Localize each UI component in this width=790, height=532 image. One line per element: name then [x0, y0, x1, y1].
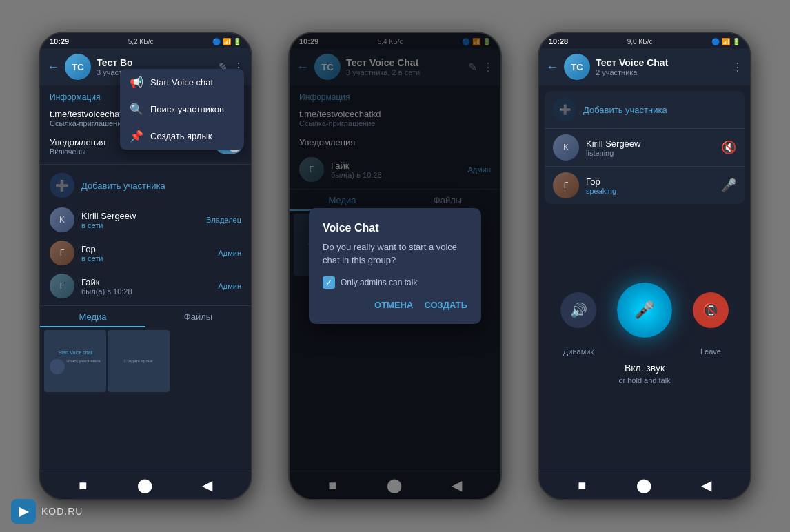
- dialog-body-2: Do you really want to start a voice chat…: [323, 241, 467, 266]
- signal-icon: 📶: [223, 38, 231, 45]
- dropdown-menu-1: 📢 Start Voice chat 🔍 Поиск участников 📌 …: [120, 69, 244, 150]
- checkbox-label-2: Only admins can talk: [341, 278, 417, 287]
- divider-1: [40, 164, 251, 165]
- vc-leave-btn[interactable]: 📵: [693, 292, 729, 328]
- status-icons-1: 🔵 📶 🔋: [212, 38, 241, 45]
- thumb-2: Создать ярлык: [108, 330, 170, 392]
- dialog-overlay-2: Voice Chat Do you really want to start a…: [290, 33, 500, 499]
- vc-mute-text: Вкл. звук: [618, 362, 670, 374]
- nav-back-3[interactable]: ◀: [701, 477, 711, 493]
- member-role-kirill-1: Владелец: [206, 216, 241, 224]
- back-button-3[interactable]: ←: [546, 60, 558, 74]
- content-3: ➕ Добавить участника K Kirill Sergeew li…: [539, 85, 750, 471]
- phone-2: 10:29 5,4 КБ/с 🔵 📶 🔋 ← TC Тест Voice Cha…: [288, 32, 502, 500]
- vc-info-gor: Гор speaking: [586, 176, 714, 195]
- vc-info-kirill: Kirill Sergeew listening: [586, 139, 714, 157]
- menu-icon-3[interactable]: ⋮: [732, 61, 743, 74]
- nav-bar-3: ■ ⬤ ◀: [539, 471, 750, 499]
- media-tabs-1: Медиа Файлы: [40, 305, 251, 327]
- nav-bar-1: ■ ⬤ ◀: [40, 471, 251, 499]
- member-avatar-kirill-1: K: [50, 207, 74, 232]
- dialog-box-2: Voice Chat Do you really want to start a…: [309, 208, 481, 323]
- dropdown-item-search[interactable]: 🔍 Поиск участников: [120, 96, 244, 123]
- phone-1: 10:29 5,2 КБ/с 🔵 📶 🔋 ← TC Тест Во 3 учас…: [39, 32, 252, 500]
- vc-name-kirill: Kirill Sergeew: [586, 139, 714, 149]
- nav-square-3[interactable]: ■: [578, 478, 586, 493]
- back-button-1[interactable]: ←: [47, 60, 59, 74]
- vc-leave-label: Leave: [693, 347, 729, 356]
- voicechat-icon: 📢: [130, 76, 143, 89]
- member-name-gor-1: Гор: [81, 244, 211, 254]
- tab-files-1[interactable]: Файлы: [145, 306, 251, 327]
- chat-name-3: Тест Voice Chat: [596, 57, 727, 68]
- leave-icon: 📵: [702, 302, 720, 318]
- notifications-label-1: Уведомления: [50, 137, 105, 147]
- speed-3: 9,0 КБ/с: [627, 38, 653, 45]
- vc-speaker-btn[interactable]: 🔊: [560, 292, 596, 328]
- vc-avatar-gor: Г: [553, 172, 579, 198]
- avatar-1: TC: [65, 54, 91, 80]
- member-info-gaik-1: Гайк был(а) в 10:28: [81, 277, 211, 296]
- signal-icon-3: 📶: [722, 38, 730, 45]
- dialog-actions-2: ОТМЕНА СОЗДАТЬ: [323, 300, 467, 310]
- member-role-gor-1: Админ: [218, 249, 241, 257]
- nav-circle-1[interactable]: ⬤: [137, 477, 152, 493]
- status-bar-3: 10:28 9,0 КБ/с 🔵 📶 🔋: [539, 33, 750, 48]
- cancel-button-2[interactable]: ОТМЕНА: [374, 300, 413, 310]
- chat-sub-3: 2 участника: [596, 68, 727, 76]
- checkbox-icon-2[interactable]: [323, 276, 335, 289]
- add-member-icon-1: ➕: [50, 173, 74, 198]
- battery-icon-3: 🔋: [732, 38, 740, 45]
- nav-back-1[interactable]: ◀: [202, 477, 212, 493]
- dropdown-item-shortcut[interactable]: 📌 Создать ярлык: [120, 123, 244, 150]
- vc-main-label: Вкл. звук or hold and talk: [618, 362, 670, 385]
- member-info-gor-1: Гор в сети: [81, 244, 211, 263]
- member-status-gor-1: в сети: [81, 254, 211, 263]
- vc-labels: Динамик Leave: [560, 347, 729, 356]
- member-avatar-gor-1: Г: [50, 241, 74, 265]
- thumbnails-1: Start Voice chat Поиск участников Создат…: [40, 327, 251, 471]
- tab-media-1[interactable]: Медиа: [40, 306, 145, 327]
- battery-icon: 🔋: [233, 38, 241, 45]
- vc-mic-kirill: 🔇: [721, 140, 736, 155]
- notifications-sub-1: Включены: [50, 147, 105, 156]
- time-1: 10:29: [50, 37, 69, 45]
- member-row-gaik-1[interactable]: Г Гайк был(а) в 10:28 Админ: [40, 269, 251, 303]
- status-icons-3: 🔵 📶 🔋: [711, 38, 740, 45]
- vc-hold-text: or hold and talk: [618, 376, 670, 385]
- shortcut-icon: 📌: [130, 130, 143, 143]
- member-row-kirill-1[interactable]: K Kirill Sergeew в сети Владелец: [40, 203, 251, 236]
- vc-add-member-btn[interactable]: ➕ Добавить участника: [545, 91, 745, 129]
- member-name-kirill-1: Kirill Sergeew: [81, 211, 199, 221]
- member-info-kirill-1: Kirill Sergeew в сети: [81, 211, 199, 229]
- vc-controls: 🔊 🎤 📵 Динамик Leave Вкл. звук o: [539, 209, 750, 471]
- vc-buttons: 🔊 🎤 📵: [560, 283, 729, 338]
- title-block-3: Тест Voice Chat 2 участника: [596, 57, 727, 76]
- vc-member-gor: Г Гор speaking 🎤: [545, 166, 745, 204]
- member-row-gor-1[interactable]: Г Гор в сети Админ: [40, 236, 251, 269]
- branding: ▶ KOD.RU: [11, 499, 83, 524]
- dialog-checkbox-2[interactable]: Only admins can talk: [323, 276, 467, 289]
- add-member-btn-1[interactable]: ➕ Добавить участника: [40, 167, 251, 203]
- phone-3: 10:28 9,0 КБ/с 🔵 📶 🔋 ← TC Тест Voice Cha…: [538, 32, 751, 500]
- main-wrapper: 10:29 5,2 КБ/с 🔵 📶 🔋 ← TC Тест Во 3 учас…: [0, 0, 790, 532]
- dropdown-item-voicechat[interactable]: 📢 Start Voice chat: [120, 69, 244, 96]
- search-icon: 🔍: [130, 103, 143, 116]
- vc-status-kirill: listening: [586, 149, 714, 157]
- member-status-gaik-1: был(а) в 10:28: [81, 287, 211, 296]
- vc-mute-btn[interactable]: 🎤: [617, 283, 672, 338]
- top-bar-3: ← TC Тест Voice Chat 2 участника ⋮: [539, 48, 750, 85]
- brand-logo: ▶: [11, 499, 36, 524]
- nav-square-1[interactable]: ■: [79, 478, 87, 493]
- member-avatar-gaik-1: Г: [50, 274, 74, 298]
- vc-participants-panel: ➕ Добавить участника K Kirill Sergeew li…: [545, 91, 745, 204]
- thumb-1: Start Voice chat Поиск участников: [44, 330, 106, 392]
- nav-circle-3[interactable]: ⬤: [636, 477, 651, 493]
- top-bar-icons-3: ⋮: [732, 61, 743, 74]
- create-button-2[interactable]: СОЗДАТЬ: [424, 300, 467, 310]
- vc-speaker-label: Динамик: [560, 347, 596, 356]
- vc-member-kirill: K Kirill Sergeew listening 🔇: [545, 129, 745, 166]
- vc-add-icon: ➕: [553, 98, 576, 121]
- mic-mute-icon: 🎤: [634, 300, 655, 320]
- bt-icon-3: 🔵: [711, 38, 720, 45]
